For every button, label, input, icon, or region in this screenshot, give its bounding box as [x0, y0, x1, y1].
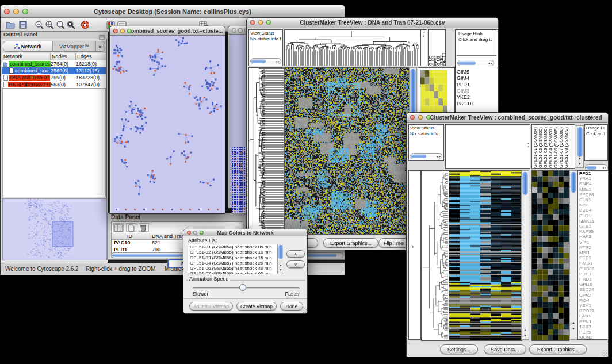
scroll-thumb[interactable] [410, 69, 416, 114]
save-icon[interactable] [18, 20, 28, 30]
save-data-button[interactable]: Save Data... [484, 344, 526, 354]
close-icon[interactable] [4, 9, 10, 14]
network-row-rnapuber[interactable]: RNAPuberNov2+I 563(0) 107847(0) [2, 81, 106, 88]
minimize-icon[interactable] [193, 231, 197, 235]
zoom-window-icon[interactable] [127, 29, 132, 33]
export-graphics-button[interactable]: Export Graphics... [529, 344, 587, 354]
col-nodes[interactable]: Nodes [51, 53, 76, 60]
move-down-button[interactable]: ∨ [286, 260, 305, 268]
network-window-title: combined_scores_good.txt--cluste... [128, 28, 223, 34]
network-view-window: combined_scores_good.txt--cluste... [109, 26, 225, 214]
tab-overflow-arrow-icon[interactable]: ▶ [95, 41, 105, 51]
col-network[interactable]: Network [2, 53, 51, 60]
expression-heatmap[interactable] [449, 170, 522, 341]
zoom-window-icon[interactable] [426, 115, 431, 120]
attribute-list-label: Attribute List [188, 237, 217, 243]
button-divider [183, 298, 307, 299]
new-attribute-icon[interactable] [126, 223, 136, 232]
network-row-dna-tran[interactable]: DNA and Tran 07 769(0) 183728(0) [2, 74, 106, 81]
speed-slider-thumb[interactable] [239, 284, 246, 291]
zoom-fit-icon[interactable] [55, 20, 66, 30]
row-dendrogram[interactable] [248, 67, 284, 235]
minimize-icon[interactable] [238, 28, 243, 33]
dialog-title-bar[interactable]: Map Colors to Network [183, 229, 307, 236]
zoom-vscrollbar[interactable]: ▲▼ [569, 170, 577, 340]
create-vizmap-button[interactable]: Create Vizmap [236, 302, 277, 311]
zoom-heatmap[interactable] [531, 170, 569, 341]
cluster-zoom-heatmap[interactable] [420, 70, 447, 113]
delete-attribute-icon[interactable] [139, 223, 149, 232]
birdseye-overview[interactable] [2, 198, 107, 260]
float-panel-icon[interactable] [99, 32, 105, 38]
zoom-selected-icon[interactable] [66, 20, 76, 30]
view-status-title: View Status [410, 125, 434, 131]
column-dendrogram[interactable] [284, 29, 420, 66]
minimize-icon[interactable] [418, 115, 423, 120]
slower-label: Slower [193, 291, 209, 297]
similarity-heatmap[interactable] [284, 67, 410, 235]
network-row-selected[interactable]: combined_sco 2569(6) 13112(15) [2, 67, 106, 74]
status-zoom-hint: Right-click + drag to ZOOM [86, 266, 155, 272]
speed-slider-track[interactable] [193, 287, 300, 289]
close-icon[interactable] [410, 115, 415, 120]
column-labels: GIM5GIM4PFD1GIM3YKE2PAC10 [428, 29, 446, 66]
usage-hints-panel: Usage Hints Click and drag tc [457, 30, 496, 56]
dendrogram-spacer[interactable]: ◂▸ [420, 29, 427, 66]
export-graphics-button[interactable]: Export Graphics... [323, 238, 378, 248]
scroll-thumb[interactable] [577, 127, 583, 157]
minimize-icon[interactable] [120, 29, 125, 33]
dialog-title: Map Colors to Network [217, 230, 273, 236]
open-file-icon[interactable] [5, 20, 16, 30]
zoom-out-icon[interactable] [34, 20, 44, 30]
attribute-list-scrollbar[interactable]: ▲ ▼ [277, 244, 284, 274]
network-row-combined-scores[interactable]: combined_scores 2764(0) 16218(0) [2, 60, 106, 67]
scroll-thumb[interactable] [571, 172, 576, 193]
scroll-thumb[interactable] [278, 245, 283, 259]
treeview-dna-title-bar[interactable]: ClusterMaker TreeView : DNA and Tran 07-… [247, 18, 498, 28]
done-button[interactable]: Done [280, 302, 303, 311]
network-canvas[interactable] [111, 36, 225, 213]
minimize-icon[interactable] [258, 20, 263, 25]
zoom-window-icon[interactable] [200, 231, 204, 235]
row-dendrogram[interactable] [421, 170, 450, 341]
view-status-text: No status info [410, 131, 438, 136]
zoom-window-icon[interactable] [266, 20, 271, 25]
data-col-id[interactable]: ID [112, 233, 148, 239]
scroll-thumb[interactable] [522, 172, 528, 195]
usage-hints-title: Usage Hints [458, 31, 484, 36]
labels-vscrollbar[interactable]: ▲▼ [576, 125, 584, 168]
mini-arrows[interactable]: ▴▾ [527, 141, 529, 149]
heatmap-vscrollbar[interactable]: ▲▼ [521, 170, 529, 340]
close-icon[interactable] [113, 29, 118, 33]
usage-hints-title: Usage Hi [586, 125, 605, 131]
folder-icon [3, 62, 7, 67]
help-lifesaver-icon[interactable] [80, 20, 90, 30]
main-title-bar[interactable]: Cytoscape Desktop (Session Name: collins… [1, 5, 345, 18]
window-controls[interactable] [4, 9, 28, 14]
view-status-scrollbar[interactable]: ◂▸ [410, 153, 442, 159]
close-icon[interactable] [250, 20, 255, 25]
close-icon[interactable] [232, 28, 236, 33]
animate-vizmap-button[interactable]: Animate Vizmap [189, 302, 233, 311]
gene-list: PFD1YRA1RNR4MSL1SPC98CLN1NIS1BUD4ELG1MAK… [577, 170, 609, 340]
select-attributes-icon[interactable] [113, 223, 124, 232]
global-overview-strip[interactable]: ▸ [408, 170, 421, 340]
col-edges[interactable]: Edges [76, 53, 106, 60]
usage-hints-scrollbar[interactable]: ◂▸ [457, 60, 494, 66]
minimize-icon[interactable] [13, 9, 19, 14]
tab-network[interactable]: Network [3, 41, 53, 51]
tab-vizmapper[interactable]: VizMapper™ [53, 41, 95, 51]
settings-button[interactable]: Settings... [440, 344, 478, 354]
zoom-window-icon[interactable] [22, 9, 28, 14]
network-tree-icon [14, 44, 20, 49]
document-icon [3, 75, 8, 81]
close-icon[interactable] [187, 231, 191, 235]
zoom-in-icon[interactable] [44, 20, 55, 30]
column-dendrogram-empty[interactable]: ▴▾ [445, 124, 530, 169]
attribute-listbox[interactable]: GPL51-01 (GSM854) heat shock 05 minGPL51… [188, 244, 284, 274]
view-status-scrollbar[interactable]: ◂▸ [250, 58, 281, 64]
move-up-button[interactable]: ∧ [286, 250, 305, 258]
network-title-bar[interactable]: combined_scores_good.txt--cluste... [110, 26, 225, 36]
dense-network-grid[interactable] [232, 147, 248, 213]
treeview-combined-title-bar[interactable]: ClusterMaker TreeView : combined_scores_… [407, 113, 608, 123]
